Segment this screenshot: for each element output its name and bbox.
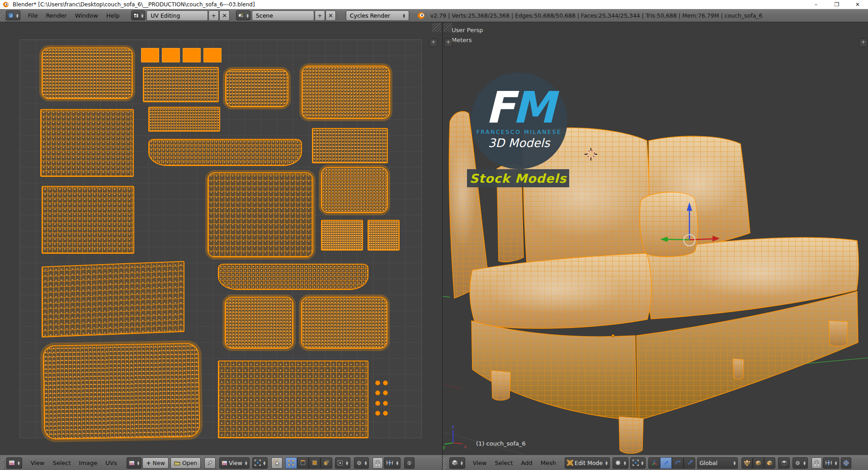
uv-island[interactable] [218,264,368,290]
manipulator-toggle-button[interactable] [648,457,660,469]
menu-select[interactable]: Select [491,460,517,466]
uv-corner-resize-grip[interactable] [432,23,441,32]
editor-type-button-image[interactable]: ▲▼ [6,457,22,469]
sticky-selection-select[interactable]: ▲▼ [335,457,350,469]
uv-island[interactable] [208,172,313,257]
uv-island[interactable] [141,48,159,62]
uv-sync-selection-toggle[interactable] [271,457,283,469]
transform-orientation-select[interactable]: Global ▲▼ [697,457,738,469]
uv-island-dot[interactable] [383,390,388,395]
uv-select-vertex-button[interactable] [285,457,297,469]
screen-layout-field[interactable]: UV Editing [146,10,208,21]
uv-island-dot[interactable] [383,380,388,385]
uv-snap-toggle[interactable] [373,457,383,469]
uv-island-dot[interactable] [383,401,388,406]
window-titlebar[interactable]: Blender* [C:\Users\franc\Desktop\couch_s… [0,0,868,9]
proportional-edit-select[interactable]: ▲▼ [793,457,808,469]
uv-island[interactable] [302,66,390,119]
image-new-button[interactable]: + New [142,457,169,469]
uv-island[interactable] [40,109,134,177]
viewport-3d[interactable]: z y x User Persp Meters (1) couch_sofa_6… [442,22,868,455]
image-open-button[interactable]: Open [170,457,201,469]
uv-mode-select[interactable]: View ▲▼ [219,457,249,469]
limit-selection-visible-button[interactable] [778,457,790,469]
uv-island[interactable] [183,48,201,62]
menu-uvs[interactable]: UVs [101,460,121,466]
uv-island[interactable] [148,107,220,132]
menu-image[interactable]: Image [75,460,102,466]
menu-view[interactable]: View [469,460,491,466]
scene-delete-button[interactable]: ✕ [326,10,336,21]
uv-island[interactable] [225,297,293,349]
uv-island[interactable] [203,48,222,62]
uv-island[interactable] [42,261,184,337]
menu-add[interactable]: Add [517,460,537,466]
menu-help[interactable]: Help [102,12,124,19]
uv-island[interactable] [225,69,288,107]
uv-select-island-button[interactable] [321,457,332,469]
uv-island-dot[interactable] [375,390,380,395]
uv-island[interactable] [321,220,363,251]
menu-select[interactable]: Select [48,460,75,466]
render-engine-select[interactable]: Cycles Render ▲▼ [346,10,409,21]
uv-island[interactable] [301,297,387,349]
uv-island-dot[interactable] [375,401,380,406]
uv-proportional-edit-select[interactable]: ▲▼ [354,457,369,469]
snap-peel-object-toggle[interactable] [841,457,851,469]
toolshelf-toggle[interactable]: + [444,38,453,47]
header-resize-grip[interactable] [0,9,4,22]
uv-island[interactable] [375,380,388,416]
viewport-corner-resize-grip[interactable] [443,23,453,32]
menu-file[interactable]: File [24,12,42,19]
close-button[interactable]: ✕ [847,0,868,9]
uv-island[interactable] [312,128,388,163]
layout-add-button[interactable]: + [208,10,219,21]
vertex-select-button[interactable] [741,457,753,469]
manipulator-scale-button[interactable] [684,457,695,469]
uv-select-edge-button[interactable] [297,457,309,469]
uv-island[interactable] [218,361,368,438]
manipulator-translate-button[interactable] [660,457,672,469]
editor-type-button-3dview[interactable]: ▲▼ [449,457,465,469]
pivot-point-select[interactable]: ▲▼ [630,457,646,469]
uv-pivot-select[interactable]: ▲▼ [252,457,268,469]
snap-element-select[interactable]: ▲▼ [823,457,840,469]
uv-island-dot[interactable] [375,380,380,385]
image-datablock-selector[interactable]: ▲▼ [127,457,142,469]
screen-layout-selector[interactable]: ▲▼ [131,10,146,20]
view3d-header-grip[interactable] [443,455,447,470]
uv-island[interactable] [143,67,219,102]
scene-selector[interactable]: ▲▼ [236,10,250,20]
edge-select-button[interactable] [753,457,764,469]
minimize-button[interactable]: – [806,0,826,9]
image-pin-toggle[interactable] [204,457,216,469]
editor-type-button-info[interactable]: i ▲▼ [6,10,20,20]
properties-region-toggle[interactable]: + [859,38,868,47]
uv-island[interactable] [42,47,133,99]
uv-snap-element-select[interactable]: ▲▼ [384,457,401,469]
maximize-button[interactable]: ❐ [826,0,847,9]
snap-toggle[interactable] [811,457,822,469]
face-select-button[interactable] [764,457,775,469]
scene-field[interactable]: Scene [252,10,314,21]
uv-island-dot[interactable] [383,411,388,416]
uv-island[interactable] [42,343,200,440]
viewport-shading-select[interactable]: ▲▼ [613,457,628,469]
uv-island[interactable] [148,139,302,166]
uv-island[interactable] [162,48,180,62]
menu-view[interactable]: View [27,460,49,466]
uv-island[interactable] [368,220,400,251]
menu-render[interactable]: Render [42,12,71,19]
uv-island-dot[interactable] [375,411,380,416]
interaction-mode-select[interactable]: Edit Mode ▲▼ [565,457,610,469]
uv-properties-panel-toggle[interactable]: + [429,38,438,47]
menu-window[interactable]: Window [71,12,102,19]
uv-header-grip[interactable] [0,455,4,470]
uv-select-face-button[interactable] [309,457,321,469]
manipulator-rotate-button[interactable] [672,457,684,469]
uv-editor-area[interactable]: + [0,22,442,455]
scene-add-button[interactable]: + [315,10,325,21]
layout-delete-button[interactable]: ✕ [219,10,230,21]
uv-island[interactable] [321,167,388,213]
uv-draw-other-objects-toggle[interactable] [404,457,415,469]
